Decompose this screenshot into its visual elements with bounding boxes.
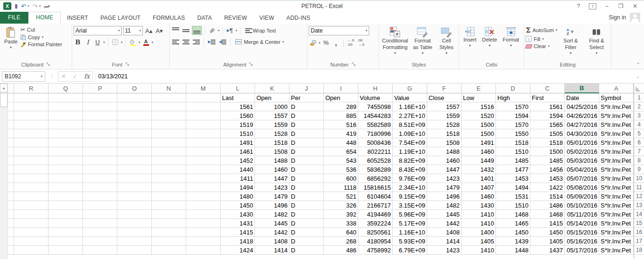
row-header-15[interactable]: 15 bbox=[634, 219, 644, 228]
column-header-P[interactable]: P bbox=[83, 84, 117, 93]
cell-G[interactable]: 1.19E+10 bbox=[393, 147, 427, 156]
cell-D[interactable]: 1570 bbox=[496, 102, 530, 111]
cell-D[interactable]: 1439 bbox=[496, 237, 530, 246]
cell-L[interactable]: 1560 bbox=[221, 111, 255, 120]
cell-C[interactable]: 1450 bbox=[530, 228, 565, 237]
cell-R[interactable] bbox=[14, 192, 49, 201]
cell-O[interactable] bbox=[117, 219, 152, 228]
cell-C[interactable]: First bbox=[530, 93, 565, 102]
cell-P[interactable] bbox=[83, 210, 117, 219]
tab-formulas[interactable]: FORMULAS bbox=[147, 13, 191, 24]
cell-M[interactable] bbox=[186, 120, 221, 129]
cell-partial[interactable] bbox=[8, 120, 14, 129]
cell-E[interactable]: 1432 bbox=[462, 165, 496, 174]
cell-H[interactable]: 3592224 bbox=[358, 219, 393, 228]
cell-I[interactable]: 654 bbox=[324, 147, 358, 156]
cell-Q[interactable] bbox=[49, 174, 83, 183]
cell-O[interactable] bbox=[117, 120, 152, 129]
cell-E[interactable]: 1410 bbox=[462, 246, 496, 255]
undo-dropdown-icon[interactable]: ▾ bbox=[28, 4, 30, 8]
cell-L[interactable]: 1519 bbox=[221, 120, 255, 129]
bottom-align-button[interactable] bbox=[192, 26, 202, 35]
cell-Q[interactable] bbox=[49, 120, 83, 129]
cell-K[interactable]: 1496 bbox=[255, 201, 289, 210]
cell-A[interactable]: S*Ir.Inv.Pet bbox=[599, 237, 634, 246]
cell-O[interactable] bbox=[117, 210, 152, 219]
cell-R[interactable] bbox=[14, 120, 49, 129]
cell-M[interactable] bbox=[186, 174, 221, 183]
cell-F[interactable]: 1479 bbox=[427, 183, 462, 192]
cell-N[interactable] bbox=[152, 147, 186, 156]
cell-G[interactable]: 8.82E+09 bbox=[393, 156, 427, 165]
column-header-R[interactable]: R bbox=[14, 84, 49, 93]
cell-P[interactable] bbox=[83, 111, 117, 120]
restore-icon[interactable]: ❐ bbox=[615, 2, 627, 10]
decrease-decimal-button[interactable]: .00→.0 bbox=[356, 38, 365, 47]
increase-indent-button[interactable]: ▶ bbox=[207, 37, 216, 46]
cell-O[interactable] bbox=[117, 129, 152, 138]
cell-O[interactable] bbox=[117, 147, 152, 156]
cell-D[interactable]: 1510 bbox=[496, 147, 530, 156]
cell-A[interactable]: S*Ir.Inv.Pet bbox=[599, 183, 634, 192]
cell-A[interactable]: S*Ir.Inv.Pet bbox=[599, 102, 634, 111]
row-header-7[interactable]: 7 bbox=[634, 147, 644, 156]
font-color-button[interactable]: A bbox=[142, 38, 150, 47]
cell-R[interactable] bbox=[14, 156, 49, 165]
cell-H[interactable]: 4180954 bbox=[358, 237, 393, 246]
cell-K[interactable]: 1423 bbox=[255, 183, 289, 192]
column-header-H[interactable]: H bbox=[358, 84, 393, 93]
cell-H[interactable]: Volume bbox=[358, 93, 393, 102]
cell-N[interactable] bbox=[152, 228, 186, 237]
cell-A[interactable]: S*Ir.Inv.Pet bbox=[599, 210, 634, 219]
cell-H[interactable]: 15816615 bbox=[358, 183, 393, 192]
cell-C[interactable]: 1505 bbox=[530, 129, 565, 138]
cell-E[interactable]: 1516 bbox=[462, 102, 496, 111]
cell-L[interactable]: 1415 bbox=[221, 228, 255, 237]
cell-Q[interactable] bbox=[49, 237, 83, 246]
row-header-10[interactable]: 10 bbox=[634, 174, 644, 183]
cell-Q[interactable] bbox=[49, 219, 83, 228]
cell-K[interactable]: 1408 bbox=[255, 237, 289, 246]
column-header-J[interactable]: J bbox=[289, 84, 324, 93]
insert-function-icon[interactable]: fx bbox=[84, 73, 90, 80]
cell-P[interactable] bbox=[83, 201, 117, 210]
format-as-table-button[interactable]: Format as Table ▼ bbox=[410, 25, 436, 56]
cell-K[interactable]: 1488 bbox=[255, 156, 289, 165]
cell-B[interactable]: 05/11/2016 bbox=[565, 210, 599, 219]
number-dialog-launcher-icon[interactable] bbox=[352, 62, 356, 67]
row-header-5[interactable]: 5 bbox=[634, 129, 644, 138]
cell-H[interactable]: 5582589 bbox=[358, 120, 393, 129]
find-select-button[interactable]: Find & Select ▼ bbox=[584, 25, 609, 56]
tab-view[interactable]: VIEW bbox=[253, 13, 280, 24]
cell-N[interactable] bbox=[152, 192, 186, 201]
cell-K[interactable]: 1528 bbox=[255, 129, 289, 138]
name-box-dropdown-icon[interactable]: ▾ bbox=[41, 75, 42, 78]
cell-C[interactable]: 1437 bbox=[530, 246, 565, 255]
cell-F[interactable]: 1559 bbox=[427, 111, 462, 120]
scroll-up-icon[interactable]: ▲ bbox=[0, 84, 8, 92]
cell-I[interactable]: 486 bbox=[324, 246, 358, 255]
cell-K[interactable]: 1479 bbox=[255, 192, 289, 201]
cell-C[interactable]: 1468 bbox=[530, 210, 565, 219]
cell-N[interactable] bbox=[152, 165, 186, 174]
cell-M[interactable] bbox=[186, 156, 221, 165]
cell-E[interactable]: 1401 bbox=[462, 174, 496, 183]
cell-P[interactable] bbox=[83, 120, 117, 129]
cell-B[interactable]: 05/02/2016 bbox=[565, 147, 599, 156]
cell-partial[interactable] bbox=[8, 147, 14, 156]
cell-partial[interactable] bbox=[8, 174, 14, 183]
cell-C[interactable]: 1422 bbox=[530, 183, 565, 192]
column-header-E[interactable]: E bbox=[462, 84, 496, 93]
cell-E[interactable]: 1449 bbox=[462, 156, 496, 165]
cell-N[interactable] bbox=[152, 111, 186, 120]
cell-E[interactable]: 1405 bbox=[462, 237, 496, 246]
cell-L[interactable]: 1494 bbox=[221, 183, 255, 192]
cell-L[interactable]: 1411 bbox=[221, 174, 255, 183]
cell-I[interactable]: 268 bbox=[324, 237, 358, 246]
cell-G[interactable]: 9.76E+09 bbox=[393, 174, 427, 183]
cell-G[interactable]: 2.27E+10 bbox=[393, 111, 427, 120]
cell-O[interactable] bbox=[117, 165, 152, 174]
format-cells-button[interactable]: Format ▼ bbox=[500, 25, 522, 49]
cell-P[interactable] bbox=[83, 183, 117, 192]
cell-M[interactable] bbox=[186, 111, 221, 120]
